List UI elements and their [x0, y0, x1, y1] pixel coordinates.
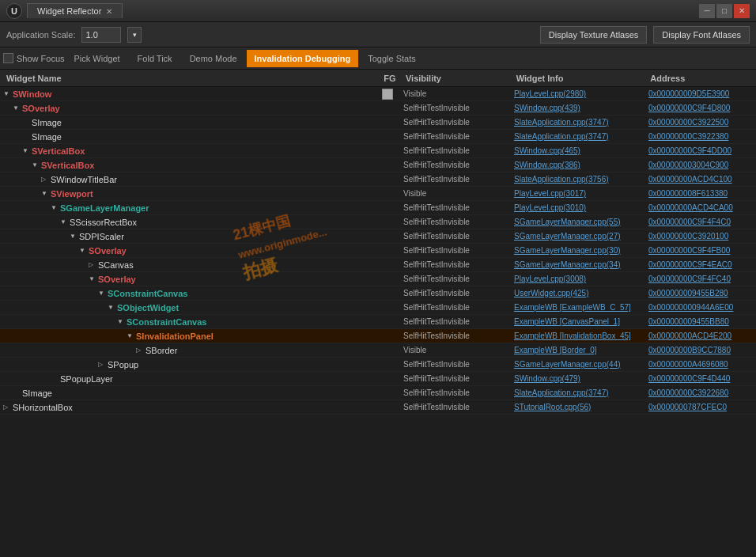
row-widget-info[interactable]: SlateApplication.cpp(3747) — [514, 118, 648, 127]
expand-arrow-icon[interactable]: ▼ — [70, 233, 79, 240]
display-texture-atlases-button[interactable]: Display Texture Atlases — [540, 26, 648, 44]
table-row[interactable]: ▼SDPIScalerSelfHitTestInvisibleSGameLaye… — [0, 229, 756, 244]
row-address[interactable]: 0x000000008F613380 — [648, 189, 751, 198]
row-address[interactable]: 0x00000000ACD4C100 — [648, 175, 751, 184]
row-widget-info[interactable]: STutorialRoot.cpp(56) — [514, 403, 648, 411]
table-row[interactable]: SImageSelfHitTestInvisibleSlateApplicati… — [0, 116, 756, 130]
row-widget-info[interactable]: ExampleWB [ExampleWB_C_57] — [514, 303, 648, 312]
row-address[interactable]: 0x000000009455BB80 — [648, 317, 751, 326]
table-row[interactable]: SImageSelfHitTestInvisibleSlateApplicati… — [0, 130, 756, 144]
show-focus-checkbox[interactable]: Show Focus — [3, 53, 65, 63]
table-row[interactable]: SPopupLayerSelfHitTestInvisibleSWindow.c… — [0, 372, 756, 386]
row-widget-info[interactable]: SlateApplication.cpp(3747) — [514, 388, 648, 397]
table-row[interactable]: ▷SCanvasSelfHitTestInvisibleSGameLayerMa… — [0, 258, 756, 272]
row-address[interactable]: 0x00000000ACD4E200 — [648, 332, 751, 340]
expand-arrow-icon[interactable]: ▼ — [13, 104, 22, 112]
show-focus-checkbox-box[interactable] — [3, 53, 13, 63]
table-row[interactable]: ▷SHorizontalBoxSelfHitTestInvisibleSTuto… — [0, 400, 756, 415]
table-row[interactable]: ▼SOverlaySelfHitTestInvisibleSWindow.cpp… — [0, 101, 756, 116]
tab-invalidation-debugging[interactable]: Invalidation Debugging — [247, 50, 359, 67]
row-widget-info[interactable]: PlayLevel.cpp(3010) — [514, 203, 648, 212]
expand-arrow-icon[interactable]: ▼ — [108, 304, 117, 311]
row-widget-info[interactable]: SWindow.cpp(465) — [514, 146, 648, 155]
table-row[interactable]: ▷SBorderVisibleExampleWB [Border_0]0x000… — [0, 343, 756, 358]
table-row[interactable]: ▼SInvalidationPanelSelfHitTestInvisibleE… — [0, 329, 756, 343]
row-widget-info[interactable]: SGameLayerManager.cpp(44) — [514, 360, 648, 369]
row-widget-info[interactable]: PlayLevel.cpp(3017) — [514, 189, 648, 198]
expand-arrow-icon[interactable]: ▷ — [136, 347, 146, 354]
row-address[interactable]: 0x00000000C9F4DD00 — [648, 146, 751, 155]
table-row[interactable]: ▷SWindowTitleBarSelfHitTestInvisibleSlat… — [0, 172, 756, 187]
table-row[interactable]: ▼SOverlaySelfHitTestInvisiblePlayLevel.c… — [0, 272, 756, 286]
table-row[interactable]: ▼SScissorRectBoxSelfHitTestInvisibleSGam… — [0, 215, 756, 229]
row-widget-info[interactable]: PlayLevel.cpp(2980) — [514, 89, 648, 98]
scale-dropdown[interactable]: ▾ — [127, 27, 142, 43]
row-widget-info[interactable]: PlayLevel.cpp(3008) — [514, 275, 648, 283]
row-widget-info[interactable]: SGameLayerManager.cpp(55) — [514, 218, 648, 226]
row-widget-info[interactable]: SWindow.cpp(479) — [514, 374, 648, 383]
tab-demo-mode[interactable]: Demo Mode — [182, 50, 245, 67]
row-widget-info[interactable]: SGameLayerManager.cpp(30) — [514, 246, 648, 255]
expand-arrow-icon[interactable]: ▼ — [51, 204, 60, 211]
expand-arrow-icon[interactable]: ▼ — [79, 247, 89, 254]
expand-arrow-icon[interactable]: ▼ — [41, 190, 51, 197]
row-address[interactable]: 0x00000000C3922380 — [648, 132, 751, 141]
row-address[interactable]: 0x00000000B9CC7880 — [648, 346, 751, 354]
expand-arrow-icon[interactable]: ▼ — [32, 161, 41, 169]
expand-arrow-icon[interactable]: ▷ — [3, 404, 13, 411]
display-font-atlases-button[interactable]: Display Font Atlases — [653, 26, 750, 44]
row-address[interactable]: 0x00000000A4696080 — [648, 360, 751, 369]
expand-arrow-icon[interactable]: ▼ — [98, 290, 108, 297]
row-address[interactable]: 0x00000000C9F4D440 — [648, 374, 751, 383]
row-address[interactable]: 0x000000009455B280 — [648, 289, 751, 297]
tab-toggle-stats[interactable]: Toggle Stats — [360, 50, 424, 67]
expand-arrow-icon[interactable]: ▼ — [117, 318, 127, 325]
expand-arrow-icon[interactable]: ▷ — [41, 176, 51, 183]
row-address[interactable]: 0x00000000C9F4FC40 — [648, 275, 751, 283]
row-address[interactable]: 0x00000000C3920100 — [648, 232, 751, 241]
table-row[interactable]: ▼SGameLayerManagerSelfHitTestInvisiblePl… — [0, 201, 756, 215]
table-row[interactable]: ▼SVerticalBoxSelfHitTestInvisibleSWindow… — [0, 144, 756, 158]
row-widget-info[interactable]: ExampleWB [CanvasPanel_1] — [514, 317, 648, 326]
row-widget-info[interactable]: SlateApplication.cpp(3756) — [514, 175, 648, 184]
row-address[interactable]: 0x000000009D5E3900 — [648, 89, 751, 98]
close-button[interactable]: ✕ — [734, 4, 750, 18]
tab-fold-tick[interactable]: Fold Tick — [130, 50, 180, 67]
expand-arrow-icon[interactable]: ▷ — [89, 261, 98, 268]
table-row[interactable]: SImageSelfHitTestInvisibleSlateApplicati… — [0, 386, 756, 400]
row-widget-info[interactable]: SGameLayerManager.cpp(27) — [514, 232, 648, 241]
row-address[interactable]: 0x00000000C3922500 — [648, 118, 751, 127]
expand-arrow-icon[interactable]: ▼ — [22, 147, 32, 154]
row-address[interactable]: 0x00000000C3922680 — [648, 388, 751, 397]
expand-arrow-icon[interactable]: ▼ — [3, 90, 13, 97]
expand-arrow-icon[interactable]: ▼ — [127, 332, 136, 339]
row-widget-info[interactable]: ExampleWB [Border_0] — [514, 346, 648, 354]
row-address[interactable]: 0x000000003004C900 — [648, 161, 751, 169]
tree-container[interactable]: ▼SWindowVisiblePlayLevel.cpp(2980)0x0000… — [0, 87, 756, 557]
table-row[interactable]: ▼SObjectWidgetSelfHitTestInvisibleExampl… — [0, 301, 756, 315]
tab-pick-widget[interactable]: Pick Widget — [66, 50, 128, 67]
row-address[interactable]: 0x00000000C9F4FB00 — [648, 246, 751, 255]
expand-arrow-icon[interactable]: ▷ — [98, 361, 108, 368]
restore-button[interactable]: □ — [716, 4, 732, 18]
row-widget-info[interactable]: SWindow.cpp(439) — [514, 104, 648, 112]
row-widget-info[interactable]: UserWidget.cpp(425) — [514, 289, 648, 297]
table-row[interactable]: ▷SPopupSelfHitTestInvisibleSGameLayerMan… — [0, 358, 756, 372]
window-tab[interactable]: Widget Reflector ✕ — [27, 3, 123, 18]
tab-close-icon[interactable]: ✕ — [106, 7, 112, 16]
row-widget-info[interactable]: SlateApplication.cpp(3747) — [514, 132, 648, 141]
row-widget-info[interactable]: ExampleWB [InvalidationBox_45] — [514, 332, 648, 340]
row-address[interactable]: 0x00000000C9F4EAC0 — [648, 260, 751, 269]
expand-arrow-icon[interactable]: ▼ — [60, 218, 70, 225]
row-address[interactable]: 0x000000000944A6E00 — [648, 303, 751, 312]
table-row[interactable]: ▼SConstraintCanvasSelfHitTestInvisibleEx… — [0, 315, 756, 329]
scale-input[interactable] — [81, 27, 121, 43]
row-widget-info[interactable]: SGameLayerManager.cpp(34) — [514, 260, 648, 269]
table-row[interactable]: ▼SConstraintCanvasSelfHitTestInvisibleUs… — [0, 286, 756, 301]
row-address[interactable]: 0x0000000787CFEC0 — [648, 403, 751, 411]
minimize-button[interactable]: ─ — [699, 4, 715, 18]
table-row[interactable]: ▼SVerticalBoxSelfHitTestInvisibleSWindow… — [0, 158, 756, 172]
table-row[interactable]: ▼SOverlaySelfHitTestInvisibleSGameLayerM… — [0, 244, 756, 258]
row-widget-info[interactable]: SWindow.cpp(386) — [514, 161, 648, 169]
row-address[interactable]: 0x00000000C9F4D800 — [648, 104, 751, 112]
